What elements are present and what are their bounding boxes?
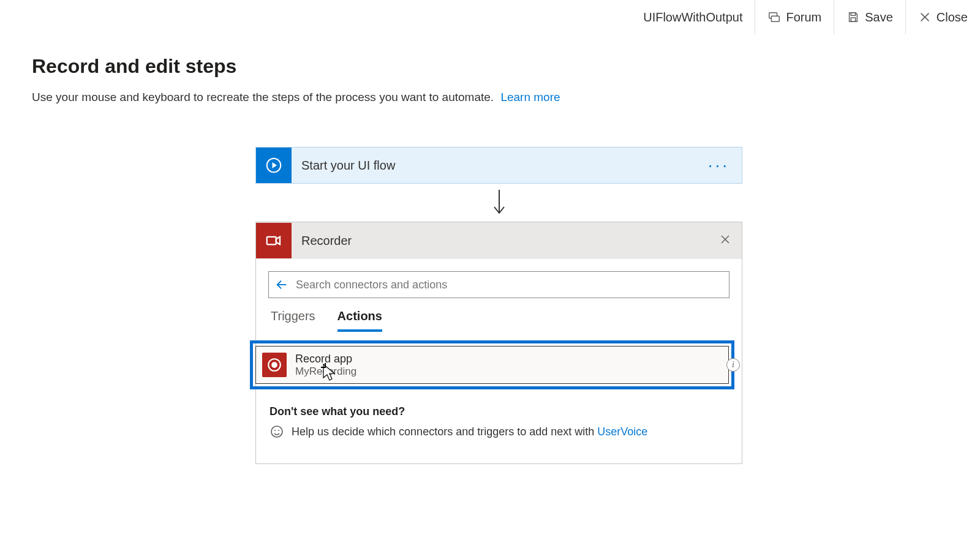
- page-description-text: Use your mouse and keyboard to recreate …: [32, 91, 494, 103]
- svg-point-16: [274, 430, 276, 431]
- learn-more-link[interactable]: Learn more: [500, 91, 560, 103]
- page-title: Record and edit steps: [32, 55, 236, 78]
- close-icon: [720, 234, 731, 245]
- save-icon: [846, 10, 860, 24]
- close-label: Close: [937, 10, 968, 24]
- action-title: Record app: [295, 353, 356, 365]
- top-toolbar: UIFlowWithOutput Forum Save Close: [631, 0, 980, 34]
- record-icon: [262, 353, 287, 377]
- action-item-texts: Record app MyRecording: [295, 353, 356, 378]
- connector-arrow: [255, 184, 742, 222]
- svg-marker-7: [273, 162, 277, 168]
- search-row[interactable]: [268, 271, 729, 298]
- help-text: Help us decide which connectors and trig…: [292, 425, 594, 438]
- save-button[interactable]: Save: [834, 0, 905, 34]
- recorder-icon: [256, 223, 292, 258]
- smiley-icon: [270, 424, 284, 439]
- page-description: Use your mouse and keyboard to recreate …: [32, 91, 560, 104]
- forum-icon: [767, 10, 781, 24]
- recorder-card: Recorder Triggers Actions: [255, 222, 742, 464]
- action-subtitle: MyRecording: [295, 365, 356, 378]
- help-question: Don't see what you need?: [270, 405, 729, 418]
- flow-name: UIFlowWithOutput: [631, 10, 755, 24]
- close-button[interactable]: Close: [905, 0, 980, 34]
- svg-point-17: [278, 430, 279, 431]
- play-icon: [256, 148, 292, 183]
- flow-canvas: Start your UI flow ··· Recorder: [255, 147, 742, 464]
- help-block: Don't see what you need? Help us decide …: [268, 405, 729, 439]
- tabs: Triggers Actions: [268, 298, 729, 332]
- record-app-action[interactable]: Record app MyRecording: [255, 346, 729, 384]
- start-flow-label: Start your UI flow: [292, 159, 696, 173]
- recorder-body: Triggers Actions Record app MyRecording: [256, 259, 742, 463]
- info-icon[interactable]: i: [726, 358, 740, 372]
- svg-rect-1: [772, 16, 780, 21]
- tab-actions[interactable]: Actions: [337, 309, 382, 332]
- svg-rect-2: [851, 13, 856, 16]
- action-item-highlight: Record app MyRecording i: [250, 340, 734, 389]
- svg-rect-3: [851, 18, 856, 21]
- help-row: Help us decide which connectors and trig…: [270, 424, 729, 439]
- forum-label: Forum: [786, 10, 821, 24]
- save-label: Save: [865, 10, 893, 24]
- forum-button[interactable]: Forum: [755, 0, 834, 34]
- start-flow-step[interactable]: Start your UI flow ···: [255, 147, 742, 184]
- recorder-header[interactable]: Recorder: [256, 222, 742, 259]
- tab-triggers[interactable]: Triggers: [271, 309, 315, 332]
- svg-rect-9: [267, 237, 276, 245]
- recorder-close-button[interactable]: [709, 234, 742, 247]
- close-icon: [918, 10, 932, 24]
- step-more-button[interactable]: ···: [696, 162, 742, 168]
- svg-point-15: [271, 426, 282, 437]
- back-arrow-icon[interactable]: [275, 278, 288, 291]
- recorder-title: Recorder: [292, 234, 709, 248]
- svg-point-14: [271, 362, 277, 368]
- search-input[interactable]: [296, 279, 723, 291]
- uservoice-link[interactable]: UserVoice: [597, 425, 647, 438]
